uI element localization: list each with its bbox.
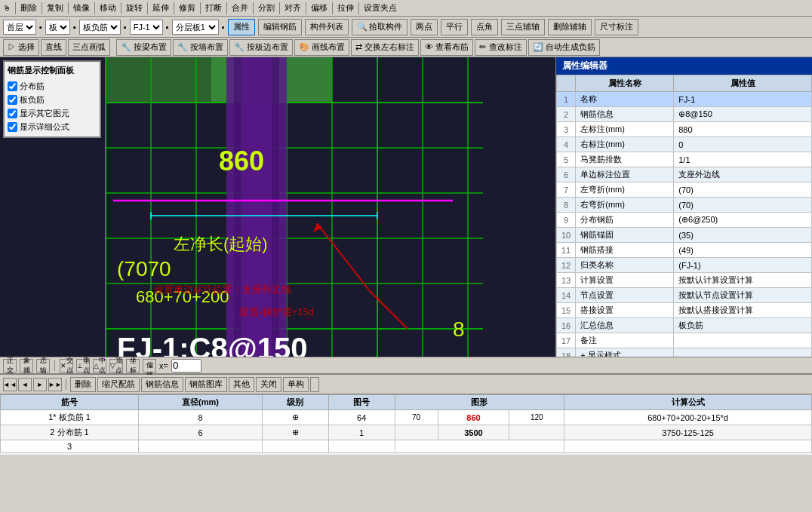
perp-btn[interactable]: ⊥ 垂点 [76, 359, 90, 373]
checkbox-detail[interactable]: 显示详细公式 [8, 120, 97, 133]
rotate-btn[interactable]: 旋转 [126, 2, 143, 14]
floor-select[interactable]: 首层 [3, 20, 36, 35]
delete-aux-btn[interactable]: 删除辅轴 [548, 19, 592, 35]
checkbox-fubujin[interactable]: 分布筋 [8, 79, 97, 93]
table-row[interactable]: 3 [1, 440, 812, 453]
select-btn[interactable]: ▷ 选择 [3, 39, 39, 56]
cell-figure [328, 440, 395, 453]
prop-row-value[interactable]: 板负筋 [674, 318, 812, 333]
prop-row-value[interactable] [674, 348, 812, 357]
align-btn[interactable]: 对齐 [285, 2, 301, 14]
prop-row-name: 分布钢筋 [576, 213, 674, 228]
three-point-btn[interactable]: 三点辅轴 [501, 19, 545, 35]
table-row[interactable]: 1* 板负筋 1 8 ⊕ 64 70 860 120 680+70+200-20… [1, 410, 812, 425]
move-btn[interactable]: 移动 [100, 2, 116, 14]
delete-btn[interactable]: 删除 [20, 2, 37, 14]
extend-btn[interactable]: 延伸 [152, 2, 169, 14]
table-row[interactable]: 2 分布筋 1 6 ⊕ 1 3500 3750-125-125 [1, 425, 812, 440]
prop-row-value[interactable] [674, 333, 812, 348]
mid-btn[interactable]: △ 中点 [93, 359, 106, 373]
pick-component-btn[interactable]: 🔍 拾取构件 [352, 19, 408, 35]
nav-next[interactable]: ► [33, 378, 47, 391]
col-num [557, 75, 576, 92]
two-point-btn[interactable]: 两点 [411, 19, 438, 35]
canvas-area[interactable]: 钢筋显示控制面板 分布筋 板负筋 显示其它图元 显示详细公式 [0, 57, 555, 357]
prop-row-value[interactable]: 按默认节点设置计算 [674, 288, 812, 303]
parallel-btn[interactable]: 平行 [441, 19, 468, 35]
prop-row-value[interactable]: (70) [674, 182, 812, 198]
dimension-btn[interactable]: 尺寸标注 [595, 19, 638, 35]
trim-btn[interactable]: 修剪 [179, 2, 195, 14]
prop-row-value[interactable]: (35) [674, 228, 812, 243]
other-btn[interactable]: 关闭 [256, 377, 281, 392]
insert-btn[interactable]: 删除 [70, 377, 96, 392]
prop-row-num: 8 [557, 198, 576, 213]
setgrip-btn[interactable]: 设置夹点 [364, 2, 397, 14]
del-row-btn[interactable]: 缩尺配筋 [97, 377, 140, 392]
nooffset-btn[interactable]: 不偏移 [143, 359, 156, 373]
prop-row-num: 2 [557, 107, 576, 122]
mirror-btn[interactable]: 镜像 [73, 2, 90, 14]
checkbox-banfujin[interactable]: 板负筋 [8, 93, 97, 106]
nav-prev[interactable]: ◄ [18, 378, 32, 391]
component-select[interactable]: 板 [45, 20, 70, 35]
ortho-btn[interactable]: 正交 [3, 359, 17, 373]
rebar-select[interactable]: 板负筋 [79, 20, 121, 35]
fj-select[interactable]: FJ-1 [130, 20, 163, 35]
prop-row-value[interactable]: 按默认搭接设置计算 [674, 303, 812, 318]
coord-btn[interactable]: 坐标 [126, 359, 140, 373]
line-btn[interactable]: 直线 [41, 39, 66, 56]
check-annot-btn[interactable]: ✏ 查改标注 [475, 39, 526, 56]
shape-mid: 860 [438, 410, 509, 425]
nav-first[interactable]: ◄◄ [3, 378, 17, 391]
prop-row-value[interactable]: 1/1 [674, 152, 812, 167]
prop-row-value[interactable]: 支座外边线 [674, 167, 812, 182]
view-layout-btn[interactable]: 👁 查看布筋 [420, 39, 473, 56]
split-btn[interactable]: 分割 [258, 2, 275, 14]
prop-row-value[interactable]: (FJ-1) [674, 258, 812, 273]
by-beam-btn[interactable]: 🔧 按梁布置 [116, 39, 171, 56]
x-input[interactable] [171, 359, 201, 373]
scale-rebar-btn[interactable]: 钢筋信息 [141, 377, 183, 392]
angle-btn[interactable]: 点角 [471, 19, 498, 35]
draw-line-btn[interactable]: 🎨 画线布置 [294, 39, 349, 56]
prop-row-num: 13 [557, 273, 576, 288]
cross-btn[interactable]: ✕ 交点 [60, 359, 73, 373]
snap-btn[interactable]: 对象捕捉 [20, 359, 33, 373]
copy-btn[interactable]: 复制 [47, 2, 63, 14]
layer-select[interactable]: 分层板1 [172, 20, 219, 35]
rebar-lib-btn[interactable]: 其他 [229, 377, 254, 392]
close-btn[interactable]: 单构 [283, 377, 309, 392]
dynin-btn[interactable]: 动态输入 [36, 359, 50, 373]
swap-annot-btn[interactable]: ⇄ 交换左右标注 [351, 39, 419, 56]
auto-gen-btn[interactable]: 🔄 自动生成负筋 [528, 39, 600, 56]
cell-num: 3 [1, 440, 139, 453]
property-btn[interactable]: 属性 [228, 19, 255, 35]
toolbar1: 🖱 删除 复制 镜像 移动 旋转 延伸 修剪 打断 合并 分割 对齐 偏移 拉伸… [0, 0, 812, 17]
cell-formula [564, 440, 812, 453]
prop-row-value[interactable]: (⊕6@250) [674, 213, 812, 228]
stretch-btn[interactable]: 拉伸 [337, 2, 354, 14]
arc-btn[interactable]: 三点画弧 [68, 39, 110, 56]
merge-btn[interactable]: 合并 [232, 2, 248, 14]
offset-btn[interactable]: 偏移 [311, 2, 328, 14]
shape-left [395, 425, 438, 440]
bottom-toolbar: ◄◄ ◄ ► ►► 删除 缩尺配筋 钢筋信息 钢筋图库 其他 关闭 单构 [0, 375, 812, 394]
component-list-btn[interactable]: 构件列表 [305, 19, 349, 35]
top-btn[interactable]: ▽ 顶点 [109, 359, 123, 373]
prop-row-value[interactable]: 880 [674, 122, 812, 137]
prop-row-value[interactable]: 0 [674, 137, 812, 152]
prop-row-value[interactable]: 按默认计算设置计算 [674, 273, 812, 288]
prop-row-value[interactable]: ⊕8@150 [674, 107, 812, 122]
prop-row-value[interactable]: (70) [674, 198, 812, 213]
edit-rebar-btn[interactable]: 编辑钢筋 [258, 19, 302, 35]
checkbox-other[interactable]: 显示其它图元 [8, 106, 97, 120]
rebar-info-btn[interactable]: 钢筋图库 [185, 377, 227, 392]
prop-row-value[interactable]: (49) [674, 243, 812, 258]
by-edge-btn[interactable]: 🔧 按板边布置 [229, 39, 293, 56]
by-wall-btn[interactable]: 🔧 按墙布置 [173, 39, 228, 56]
prop-row-value[interactable]: FJ-1 [674, 92, 812, 107]
nav-last[interactable]: ►► [48, 378, 62, 391]
break-btn[interactable]: 打断 [205, 2, 222, 14]
single-btn[interactable] [310, 377, 319, 392]
